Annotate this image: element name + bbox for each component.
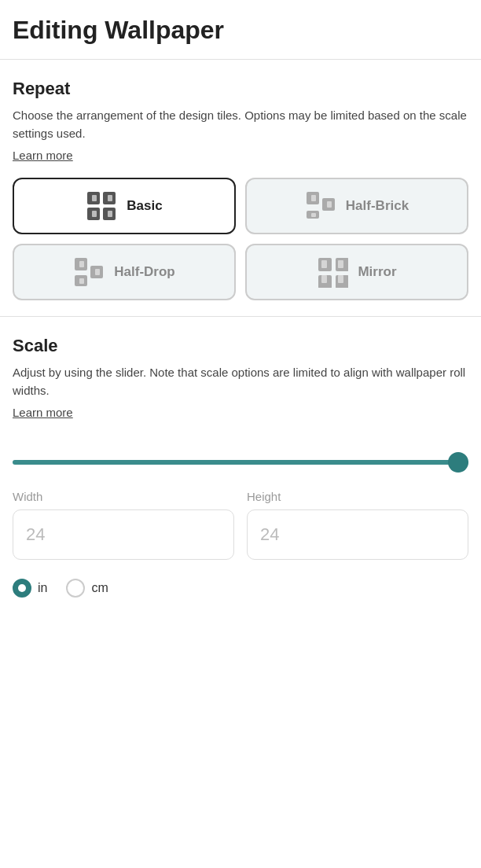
svg-rect-26 — [321, 275, 327, 283]
svg-rect-13 — [311, 213, 316, 217]
svg-rect-7 — [108, 211, 112, 217]
half-brick-tile-icon — [305, 190, 336, 222]
repeat-option-half-brick-label: Half-Brick — [346, 198, 409, 214]
svg-rect-17 — [79, 261, 84, 267]
basic-tile-icon — [86, 190, 117, 222]
repeat-option-half-drop[interactable]: Half-Drop — [13, 244, 236, 300]
repeat-options-grid: Basic Half-Brick Hal — [13, 178, 468, 300]
scale-section: Scale Adjust by using the slider. Note t… — [0, 317, 481, 620]
half-drop-tile-icon — [73, 256, 105, 288]
svg-rect-24 — [321, 260, 327, 268]
svg-rect-6 — [92, 211, 97, 217]
page-title: Editing Wallpaper — [0, 0, 481, 60]
scale-slider[interactable] — [13, 460, 468, 465]
unit-option-cm[interactable]: cm — [66, 579, 108, 598]
scale-learn-more-link[interactable]: Learn more — [13, 406, 73, 419]
scale-slider-container — [13, 454, 468, 468]
repeat-description: Choose the arrangement of the design til… — [13, 107, 468, 142]
svg-rect-11 — [311, 195, 316, 201]
mirror-tile-icon — [317, 256, 348, 288]
repeat-option-basic[interactable]: Basic — [13, 178, 236, 234]
dimensions-row: Width Height — [13, 490, 468, 560]
unit-label-cm: cm — [91, 581, 108, 595]
repeat-option-half-brick[interactable]: Half-Brick — [245, 178, 468, 234]
unit-radio-in — [13, 579, 31, 598]
repeat-section: Repeat Choose the arrangement of the des… — [0, 60, 481, 317]
unit-radio-cm — [66, 579, 85, 598]
width-label: Width — [13, 490, 234, 503]
svg-rect-27 — [338, 275, 343, 283]
repeat-option-mirror-label: Mirror — [358, 264, 396, 280]
svg-rect-19 — [79, 278, 84, 284]
height-group: Height — [247, 490, 468, 560]
unit-option-in[interactable]: in — [13, 579, 47, 598]
repeat-option-basic-label: Basic — [127, 198, 162, 214]
repeat-learn-more-link[interactable]: Learn more — [13, 149, 73, 162]
width-group: Width — [13, 490, 234, 560]
scale-section-title: Scale — [13, 336, 468, 356]
width-input[interactable] — [13, 509, 234, 560]
svg-rect-5 — [108, 195, 112, 201]
height-input[interactable] — [247, 509, 468, 560]
svg-rect-25 — [338, 260, 343, 268]
unit-label-in: in — [38, 581, 47, 595]
svg-rect-18 — [95, 269, 100, 275]
height-label: Height — [247, 490, 468, 503]
svg-rect-12 — [327, 201, 332, 208]
svg-rect-4 — [92, 195, 97, 201]
repeat-option-mirror[interactable]: Mirror — [245, 244, 468, 300]
repeat-section-title: Repeat — [13, 79, 468, 99]
repeat-option-half-drop-label: Half-Drop — [114, 264, 174, 280]
units-row: in cm — [13, 579, 468, 598]
scale-description: Adjust by using the slider. Note that sc… — [13, 364, 468, 399]
